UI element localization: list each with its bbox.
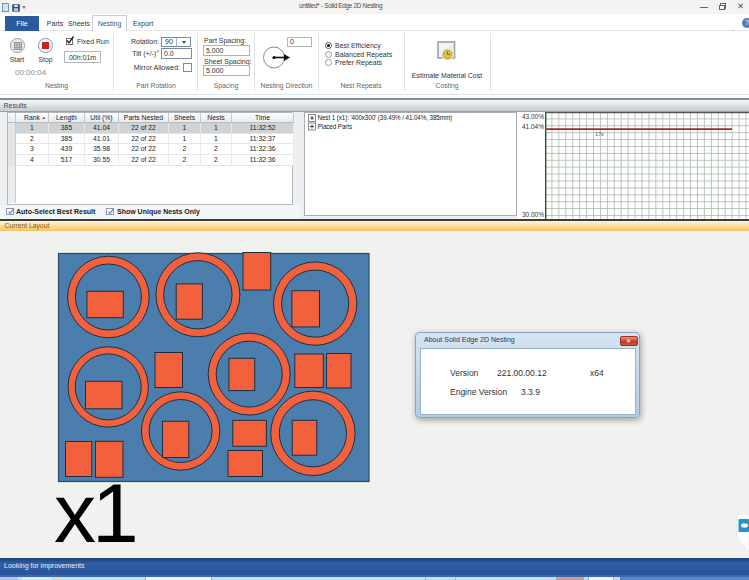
- svg-text:17s: 17s: [595, 131, 604, 137]
